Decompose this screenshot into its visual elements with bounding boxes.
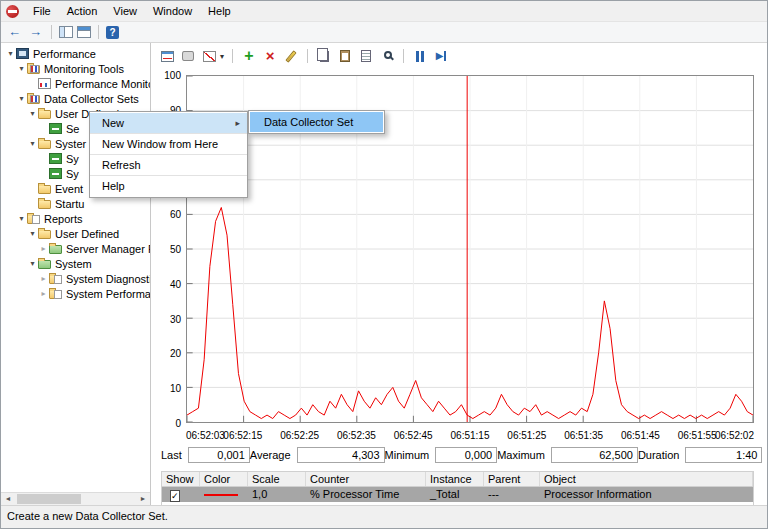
stat-value-average: 4,303 xyxy=(297,447,385,463)
expanded-chevron-icon[interactable]: ▾ xyxy=(27,139,38,148)
menubar: File Action View Window Help xyxy=(1,1,767,21)
legend-column-object[interactable]: Object xyxy=(540,472,753,486)
expanded-chevron-icon[interactable]: ▾ xyxy=(16,94,27,103)
collapsed-chevron-icon[interactable]: ▸ xyxy=(38,274,49,283)
forward-arrow-icon[interactable] xyxy=(27,25,44,39)
expanded-chevron-icon[interactable]: ▾ xyxy=(16,64,27,73)
sidebar-item-performance-monitor[interactable]: Performance Monitor xyxy=(1,76,150,91)
expanded-chevron-icon[interactable]: ▾ xyxy=(27,259,38,268)
y-axis-tick-label: 20 xyxy=(170,348,181,359)
show-hide-console-tree-icon[interactable] xyxy=(59,26,73,38)
back-arrow-icon[interactable] xyxy=(6,25,23,39)
sidebar-item-label: Sy xyxy=(66,168,79,180)
zoom-icon[interactable] xyxy=(379,48,395,64)
legend-column-color[interactable]: Color xyxy=(200,472,248,486)
stat-label-last: Last xyxy=(161,449,188,461)
sidebar-item-reports[interactable]: ▾Reports xyxy=(1,211,150,226)
expanded-chevron-icon[interactable]: ▾ xyxy=(27,109,38,118)
x-axis-tick-label: 06:52:02 xyxy=(715,430,754,441)
legend-counter-name: % Processor Time xyxy=(306,487,426,502)
context-menu-item-new[interactable]: New xyxy=(90,113,247,133)
legend-counter-row[interactable]: 1,0 % Processor Time _Total --- Processo… xyxy=(162,487,753,502)
copy-properties-icon[interactable] xyxy=(316,48,332,64)
folder-icon xyxy=(38,230,51,239)
menu-help[interactable]: Help xyxy=(200,3,239,19)
scroll-left-arrow-icon[interactable] xyxy=(1,493,15,505)
menu-action[interactable]: Action xyxy=(59,3,106,19)
new-window-icon[interactable] xyxy=(77,26,91,38)
sidebar-item-label: Startu xyxy=(55,198,84,210)
set-green-icon xyxy=(49,153,62,164)
highlight-icon[interactable] xyxy=(283,48,299,64)
submenu-item-data-collector-set[interactable]: Data Collector Set xyxy=(250,112,383,132)
toolbar-separator xyxy=(232,49,233,63)
submenu-arrow-icon xyxy=(235,113,240,133)
update-data-icon[interactable] xyxy=(433,48,449,64)
scrollbar-track[interactable] xyxy=(15,493,136,505)
sidebar-item-performance[interactable]: ▾Performance xyxy=(1,46,150,61)
performance-monitor-window: { "menubar": { "items": ["File", "Action… xyxy=(0,0,768,529)
scrollbar-thumb[interactable] xyxy=(17,494,81,504)
stat-value-last: 0,001 xyxy=(188,447,250,463)
menu-file[interactable]: File xyxy=(25,3,59,19)
context-menu-item-new-window-from-here[interactable]: New Window from Here xyxy=(90,134,247,154)
legend: Show Color Scale Counter Instance Parent… xyxy=(161,471,754,505)
set-green-icon xyxy=(49,168,62,179)
nav-toolbar xyxy=(1,21,767,43)
sidebar-item-monitoring-tools[interactable]: ▾Monitoring Tools xyxy=(1,61,150,76)
legend-column-parent[interactable]: Parent xyxy=(484,472,540,486)
y-axis-tick-label: 30 xyxy=(170,313,181,324)
scroll-right-arrow-icon[interactable] xyxy=(136,493,150,505)
sidebar-item-user-defined[interactable]: ▾User Defined xyxy=(1,226,150,241)
expanded-chevron-icon[interactable]: ▾ xyxy=(5,49,16,58)
x-axis-tick-label: 06:52:03 xyxy=(186,430,225,441)
status-bar: Create a new Data Collector Set. xyxy=(1,505,767,528)
delete-counter-icon[interactable] xyxy=(262,48,278,64)
stat-value-duration: 1:40 xyxy=(685,447,762,463)
collapsed-chevron-icon[interactable]: ▸ xyxy=(38,289,49,298)
help-icon[interactable] xyxy=(106,26,119,39)
view-current-activity-icon[interactable] xyxy=(159,48,175,64)
collapsed-chevron-icon[interactable]: ▸ xyxy=(38,244,49,253)
folder-icon xyxy=(38,140,51,149)
context-menu-item-help[interactable]: Help xyxy=(90,176,247,196)
sidebar-item-data-collector-sets[interactable]: ▾Data Collector Sets xyxy=(1,91,150,106)
show-counter-checkbox[interactable] xyxy=(170,490,180,502)
folder-green-icon xyxy=(38,260,51,269)
y-axis-tick-label: 100 xyxy=(164,70,181,81)
folder-report-icon xyxy=(49,290,62,299)
chart-type-icon[interactable] xyxy=(201,48,217,64)
sidebar-item-server-manager-per[interactable]: ▸Server Manager Per xyxy=(1,241,150,256)
folder-icon xyxy=(38,110,51,119)
x-axis-tick-label: 06:52:25 xyxy=(280,430,319,441)
context-menu-item-refresh[interactable]: Refresh xyxy=(90,155,247,175)
legend-column-instance[interactable]: Instance xyxy=(426,472,484,486)
folder-chart-icon xyxy=(27,65,40,74)
chart-icon xyxy=(38,78,51,89)
stat-value-maximum: 62,500 xyxy=(551,447,638,463)
stats-bar: Last0,001 Average4,303 Minimum0,000 Maxi… xyxy=(161,446,754,464)
expanded-chevron-icon[interactable]: ▾ xyxy=(16,214,27,223)
legend-parent-value: --- xyxy=(484,487,540,502)
sidebar-item-system-performanc[interactable]: ▸System Performanc xyxy=(1,286,150,301)
chart-type-dropdown-icon[interactable] xyxy=(220,52,224,61)
sidebar-item-system[interactable]: ▾System xyxy=(1,256,150,271)
legend-column-show[interactable]: Show xyxy=(162,472,200,486)
stat-label-minimum: Minimum xyxy=(385,449,436,461)
view-log-data-icon[interactable] xyxy=(180,48,196,64)
monitor-icon xyxy=(16,48,29,59)
chart-toolbar xyxy=(151,43,767,69)
legend-column-scale[interactable]: Scale xyxy=(248,472,306,486)
legend-column-counter[interactable]: Counter xyxy=(306,472,426,486)
legend-object-value: Processor Information xyxy=(540,487,753,502)
paste-counter-list-icon[interactable] xyxy=(337,48,353,64)
menu-view[interactable]: View xyxy=(105,3,145,19)
properties-icon[interactable] xyxy=(358,48,374,64)
expanded-chevron-icon[interactable]: ▾ xyxy=(27,229,38,238)
tree-horizontal-scrollbar[interactable] xyxy=(1,492,150,505)
sidebar-item-startu[interactable]: Startu xyxy=(1,196,150,211)
menu-window[interactable]: Window xyxy=(145,3,200,19)
freeze-display-icon[interactable] xyxy=(412,48,428,64)
add-counter-icon[interactable] xyxy=(241,48,257,64)
sidebar-item-system-diagnostics[interactable]: ▸System Diagnostics xyxy=(1,271,150,286)
